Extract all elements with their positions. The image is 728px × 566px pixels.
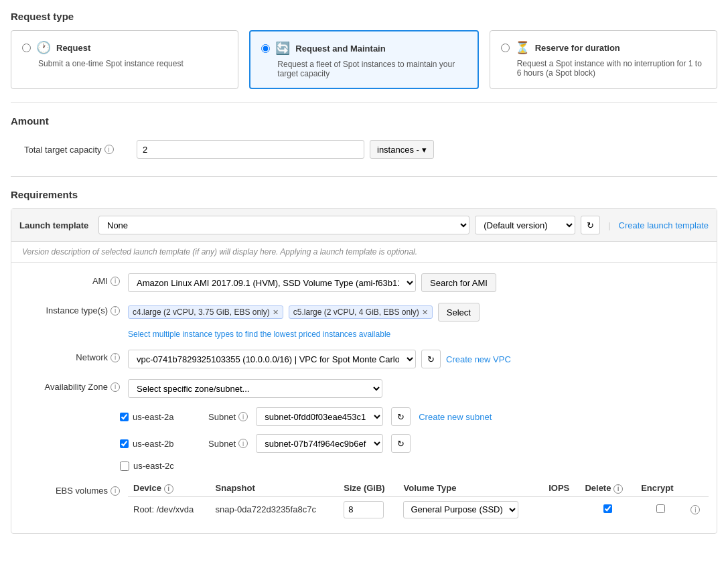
- instances-label: instances -: [377, 145, 419, 155]
- ebs-col-actions: [685, 480, 709, 496]
- request-card-label: Request: [56, 43, 90, 53]
- create-new-vpc-link[interactable]: Create new VPC: [446, 354, 511, 364]
- clock-icon: 🕐: [36, 40, 51, 55]
- select-instance-type-btn[interactable]: Select: [438, 303, 480, 322]
- ebs-row-info-icon[interactable]: i: [690, 505, 700, 514]
- subnet-select-0[interactable]: subnet-0fdd0f03eae453c11…: [256, 407, 383, 426]
- request-type-section: Request type 🕐 Request Submit a one-time…: [11, 11, 717, 89]
- availability-zone-row: Availability Zone i Select specific zone…: [11, 374, 717, 403]
- availability-zone-label: Availability Zone: [45, 382, 108, 392]
- ebs-table: Device i Snapshot Size (GiB) Volume Type…: [128, 480, 709, 522]
- request-card-reserve[interactable]: ⏳ Reserve for duration Request a Spot in…: [490, 30, 717, 89]
- refresh-icon: ↻: [587, 220, 594, 230]
- maintain-clock-icon: 🔄: [275, 41, 290, 56]
- ami-row: AMI i Amazon Linux AMI 2017.09.1 (HVM), …: [11, 268, 717, 297]
- request-card-request[interactable]: 🕐 Request Submit a one-time Spot instanc…: [11, 30, 238, 89]
- availability-zone-info-icon[interactable]: i: [111, 382, 120, 392]
- subnet-info-icon-1[interactable]: i: [238, 439, 248, 448]
- reserve-card-desc: Request a Spot instance with no interrup…: [501, 59, 706, 78]
- search-for-ami-btn[interactable]: Search for AMI: [421, 273, 496, 292]
- ebs-row-0: Root: /dev/xvda snap-0da722d3235fa8c7c G…: [128, 496, 709, 522]
- instance-types-row: Instance type(s) i c4.large (2 vCPU, 3.7…: [11, 297, 717, 344]
- subnet-label-0: Subnet: [208, 412, 236, 422]
- az-checkbox-0[interactable]: [120, 413, 129, 421]
- ebs-volumes-info-icon[interactable]: i: [111, 486, 120, 496]
- instance-types-info-icon[interactable]: i: [111, 306, 120, 315]
- reserve-radio[interactable]: [501, 44, 510, 52]
- subnet-label-1: Subnet: [208, 439, 236, 449]
- chip-close-0[interactable]: ✕: [273, 308, 279, 317]
- request-card-desc: Submit a one-time Spot instance request: [22, 59, 227, 68]
- template-note: Version description of selected launch t…: [11, 242, 717, 263]
- availability-zone-select[interactable]: Select specific zone/subnet...: [128, 379, 382, 398]
- ebs-col-snapshot: Snapshot: [210, 480, 339, 496]
- ebs-delete-checkbox-0[interactable]: [603, 504, 612, 513]
- subnet-refresh-btn-1[interactable]: ↻: [391, 434, 411, 453]
- ebs-col-iops: IOPS: [543, 480, 579, 496]
- request-card-maintain[interactable]: 🔄 Request and Maintain Request a fleet o…: [249, 30, 478, 89]
- subnet-refresh-icon-0: ↻: [397, 412, 405, 422]
- ebs-size-input-0[interactable]: [344, 501, 384, 518]
- field-rows: AMI i Amazon Linux AMI 2017.09.1 (HVM), …: [11, 263, 717, 533]
- subnet-refresh-icon-1: ↻: [397, 439, 405, 449]
- network-label: Network: [76, 352, 108, 362]
- ebs-volume-type-select-0[interactable]: General Purpose (SSD): [403, 501, 518, 518]
- ebs-col-size: Size (GiB): [338, 480, 398, 496]
- network-refresh-icon: ↻: [427, 354, 435, 364]
- ebs-col-volume-type: Volume Type: [398, 480, 543, 496]
- version-select[interactable]: (Default version): [475, 216, 575, 234]
- launch-template-select[interactable]: None: [98, 216, 469, 234]
- subnet-refresh-btn-0[interactable]: ↻: [391, 407, 411, 426]
- ebs-encrypt-checkbox-0[interactable]: [656, 504, 665, 513]
- ebs-volume-type-cell-0: General Purpose (SSD): [398, 496, 543, 522]
- az-label-0: us-east-2a: [133, 412, 173, 422]
- amount-row: Total target capacity i instances - ▾: [11, 135, 717, 164]
- ami-select[interactable]: Amazon Linux AMI 2017.09.1 (HVM), SSD Vo…: [128, 273, 416, 292]
- reserve-clock-icon: ⏳: [515, 40, 530, 55]
- amount-section: Amount Total target capacity i instances…: [11, 115, 717, 164]
- ebs-col-delete: Delete i: [579, 480, 636, 496]
- total-target-capacity-input[interactable]: [137, 140, 364, 159]
- ebs-size-cell-0: [338, 496, 398, 522]
- instances-dropdown-btn[interactable]: instances - ▾: [370, 140, 434, 159]
- launch-template-label: Launch template: [19, 220, 93, 230]
- ebs-volumes-row: EBS volumes i Device i Snapshot Size (Gi…: [11, 475, 717, 528]
- network-select[interactable]: vpc-0741b7829325103355 (10.0.0.0/16) | V…: [128, 350, 416, 368]
- ebs-volumes-label: EBS volumes: [56, 486, 108, 496]
- total-target-capacity-label: Total target capacity: [24, 145, 102, 155]
- az-label-1: us-east-2b: [133, 439, 173, 449]
- ebs-device-info-icon[interactable]: i: [164, 484, 173, 494]
- total-target-capacity-info-icon[interactable]: i: [104, 145, 114, 154]
- amount-title: Amount: [11, 115, 717, 127]
- ebs-delete-info-icon[interactable]: i: [613, 484, 623, 494]
- network-row: Network i vpc-0741b7829325103355 (10.0.0…: [11, 344, 717, 374]
- ebs-delete-cell-0: [579, 496, 636, 522]
- ebs-col-encrypt: Encrypt: [636, 480, 685, 496]
- chip-close-1[interactable]: ✕: [422, 308, 428, 317]
- ebs-encrypt-cell-0: [636, 496, 685, 522]
- az-checkbox-2[interactable]: [120, 462, 129, 471]
- ebs-snapshot-0: snap-0da722d3235fa8c7c: [210, 496, 339, 522]
- az-row-0: us-east-2a Subnet i subnet-0fdd0f03eae45…: [11, 403, 717, 430]
- request-type-cards: 🕐 Request Submit a one-time Spot instanc…: [11, 30, 717, 89]
- launch-template-refresh-btn[interactable]: ↻: [581, 216, 600, 234]
- maintain-radio[interactable]: [261, 44, 270, 53]
- request-radio[interactable]: [22, 44, 31, 52]
- instances-chevron-icon: ▾: [422, 145, 427, 155]
- ami-info-icon[interactable]: i: [111, 277, 120, 286]
- chip-label-0: c4.large (2 vCPU, 3.75 GiB, EBS only): [133, 307, 270, 317]
- requirements-section: Requirements Launch template None (Defau…: [11, 189, 717, 534]
- network-refresh-btn[interactable]: ↻: [421, 350, 441, 368]
- request-type-title: Request type: [11, 11, 717, 22]
- requirements-box: Launch template None (Default version) ↻…: [11, 208, 717, 534]
- subnet-select-1[interactable]: subnet-07b74f964ec9b6ef5…: [256, 434, 383, 453]
- launch-template-row: Launch template None (Default version) ↻…: [11, 209, 717, 242]
- subnet-info-icon-0[interactable]: i: [238, 412, 248, 421]
- az-row-2: us-east-2c: [11, 457, 717, 475]
- ebs-iops-0: [543, 496, 579, 522]
- az-checkbox-1[interactable]: [120, 439, 129, 448]
- create-launch-template-link[interactable]: Create launch template: [619, 220, 709, 230]
- requirements-title: Requirements: [11, 189, 717, 200]
- network-info-icon[interactable]: i: [111, 353, 120, 362]
- create-new-subnet-link-0[interactable]: Create new subnet: [419, 412, 492, 422]
